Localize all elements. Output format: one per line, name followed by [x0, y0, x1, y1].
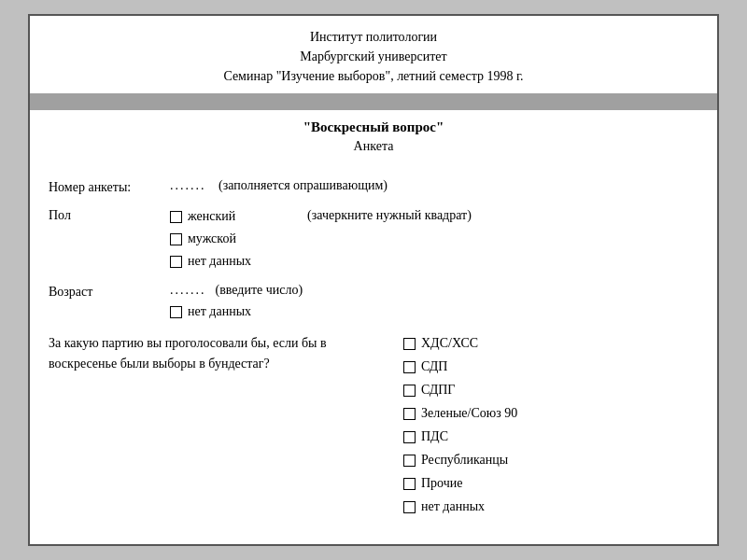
label-female: женский [188, 209, 235, 224]
checkbox-age-nodata[interactable] [170, 306, 182, 318]
party-section: За какую партию вы проголосовали бы, есл… [49, 333, 698, 517]
header-line2: Марбургский университет [49, 47, 698, 66]
checkbox-cdu[interactable] [403, 338, 416, 350]
checkbox-republicans[interactable] [403, 455, 416, 467]
gender-row: Пол женский мужской нет данных [49, 206, 698, 272]
label-sdpg: СДПГ [421, 383, 455, 398]
checkbox-party-nodata[interactable] [403, 501, 416, 513]
gender-option-male: мужской [170, 231, 251, 246]
number-row: Номер анкеты: ....... (заполняется опраш… [49, 178, 698, 195]
gender-checkboxes: женский мужской нет данных [170, 206, 251, 272]
number-content: ....... (заполняется опрашивающим) [170, 178, 698, 193]
party-option-1: СДП [403, 359, 517, 374]
age-row: Возраст ....... (введите число) нет данн… [49, 283, 698, 322]
label-sdp: СДП [421, 359, 447, 374]
party-option-3: Зеленые/Союз 90 [403, 406, 517, 421]
label-pds: ПДС [421, 429, 448, 444]
checkbox-pds[interactable] [403, 431, 416, 443]
header-line3: Семинар "Изучение выборов", летний семес… [49, 66, 698, 86]
checkbox-sdp[interactable] [403, 361, 416, 373]
label-cdu: ХДС/ХСС [421, 336, 478, 351]
gender-hint: (зачеркните нужный квадрат) [307, 206, 472, 223]
age-label: Возраст [49, 283, 170, 300]
party-question: За какую партию вы проголосовали бы, есл… [49, 333, 385, 375]
label-party-nodata: нет данных [421, 499, 485, 514]
party-option-6: Прочие [403, 476, 517, 491]
survey-form: Институт политологии Марбургский универс… [28, 14, 719, 546]
age-hint: (введите число) [216, 283, 303, 298]
party-option-2: СДПГ [403, 383, 517, 398]
age-content: ....... (введите число) нет данных [170, 283, 698, 322]
gender-content: женский мужской нет данных (зачеркните н… [170, 206, 698, 272]
checkbox-gender-nodata[interactable] [170, 256, 182, 268]
party-option-4: ПДС [403, 429, 517, 444]
label-gender-nodata: нет данных [188, 254, 251, 269]
content-section: Номер анкеты: ....... (заполняется опраш… [30, 158, 717, 538]
party-option-7: нет данных [403, 499, 517, 514]
party-options: ХДС/ХСС СДП СДПГ Зеленые/Союз 90 ПДС [403, 333, 517, 517]
party-option-0: ХДС/ХСС [403, 336, 517, 351]
number-label: Номер анкеты: [49, 178, 170, 195]
age-input-row: ....... (введите число) [170, 283, 698, 298]
label-male: мужской [188, 231, 236, 246]
gender-option-female: женский [170, 209, 251, 224]
survey-title: "Воскресный вопрос" [49, 119, 698, 135]
survey-subtitle: Анкета [49, 139, 698, 154]
checkbox-female[interactable] [170, 211, 182, 223]
label-others: Прочие [421, 476, 463, 491]
title-section: "Воскресный вопрос" Анкета [30, 110, 717, 158]
header-line1: Институт политологии [49, 27, 698, 47]
gender-option-nodata: нет данных [170, 254, 251, 269]
label-greens: Зеленые/Союз 90 [421, 406, 517, 421]
gray-bar [30, 93, 717, 110]
gender-label: Пол [49, 206, 170, 223]
checkbox-others[interactable] [403, 478, 416, 490]
checkbox-male[interactable] [170, 233, 182, 245]
label-republicans: Республиканцы [421, 453, 508, 468]
age-dots: ....... [170, 283, 206, 298]
party-option-5: Республиканцы [403, 453, 517, 468]
header-section: Институт политологии Марбургский универс… [30, 16, 717, 93]
age-nodata-row: нет данных [170, 304, 698, 319]
checkbox-greens[interactable] [403, 408, 416, 420]
age-fields: ....... (введите число) нет данных [170, 283, 698, 322]
checkbox-sdpg[interactable] [403, 385, 416, 397]
number-hint: (заполняется опрашивающим) [218, 178, 388, 192]
number-dots: ....... [170, 178, 206, 192]
label-age-nodata: нет данных [188, 304, 251, 319]
